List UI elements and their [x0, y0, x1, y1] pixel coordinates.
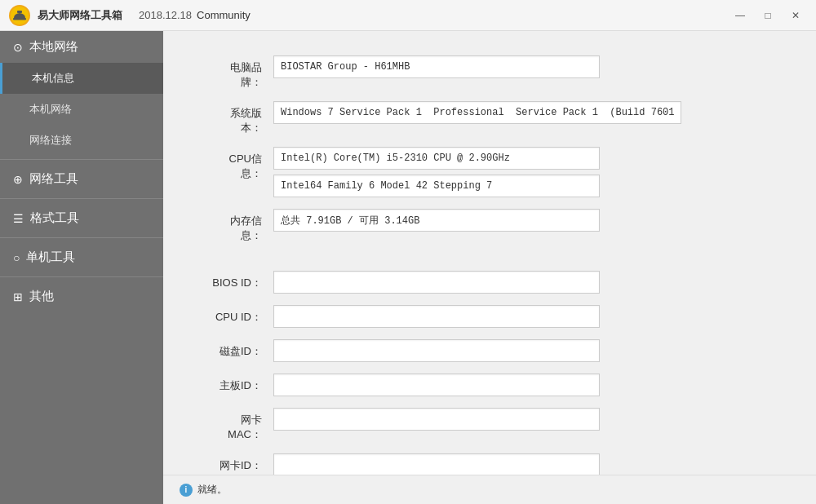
status-icon: i: [180, 484, 193, 497]
maximize-button[interactable]: □: [756, 6, 780, 25]
net-tools-icon: ⊕: [13, 173, 23, 186]
disk-id-input[interactable]: [273, 339, 600, 362]
sidebar: ⊙ 本地网络 本机信息 本机网络 网络连接 ⊕ 网络工具 ☰ 格式工具 ○ 单机…: [0, 31, 163, 504]
pc-brand-input[interactable]: [273, 55, 600, 78]
window-controls: — □ ✕: [728, 6, 808, 25]
mb-id-label: 主板ID：: [212, 374, 273, 393]
sidebar-group-others[interactable]: ⊞ 其他: [0, 281, 163, 312]
sidebar-group-local-network[interactable]: ⊙ 本地网络: [0, 31, 163, 63]
sidebar-group-format-tools[interactable]: ☰ 格式工具: [0, 202, 163, 234]
pc-brand-label: 电脑品牌：: [212, 55, 273, 90]
app-logo: [8, 4, 31, 27]
cpu-id-input[interactable]: [273, 305, 600, 328]
format-tools-icon: ☰: [13, 212, 24, 225]
cpu-info-values: [273, 147, 767, 197]
close-button[interactable]: ✕: [783, 6, 808, 25]
mem-info-label: 内存信息：: [212, 209, 273, 243]
svg-rect-2: [13, 18, 26, 20]
mb-id-row: 主板ID：: [212, 374, 767, 396]
cpu-id-values: [273, 305, 767, 328]
mem-info-input[interactable]: [273, 209, 600, 232]
bios-id-values: [273, 271, 767, 294]
local-network-icon: ⊙: [13, 41, 23, 54]
others-icon: ⊞: [13, 290, 23, 303]
os-version-label: 系统版本：: [212, 101, 273, 135]
cpu-id-label: CPU ID：: [212, 305, 273, 325]
bios-id-label: BIOS ID：: [212, 271, 273, 290]
mb-id-input[interactable]: [273, 374, 600, 396]
cpu-info-input-2[interactable]: [273, 175, 600, 197]
app-version: 2018.12.18: [139, 9, 192, 21]
sidebar-item-local-info[interactable]: 本机信息: [0, 63, 163, 94]
nic-id-input[interactable]: [273, 453, 600, 475]
app-name: 易大师网络工具箱: [38, 8, 122, 23]
minimize-button[interactable]: —: [728, 6, 752, 25]
titlebar: 易大师网络工具箱 2018.12.18 Community — □ ✕: [0, 0, 816, 31]
sidebar-item-network-conn[interactable]: 网络连接: [0, 125, 163, 156]
sidebar-divider-2: [0, 198, 163, 199]
sidebar-group-local-network-label: 本地网络: [29, 39, 78, 55]
bios-id-row: BIOS ID：: [212, 271, 767, 294]
cpu-id-row: CPU ID：: [212, 305, 767, 328]
sidebar-group-others-label: 其他: [29, 289, 54, 304]
os-version-input[interactable]: [273, 101, 681, 124]
cpu-info-input-1[interactable]: [273, 147, 600, 170]
pc-brand-row: 电脑品牌：: [212, 55, 767, 90]
disk-id-row: 磁盘ID：: [212, 339, 767, 362]
sidebar-group-net-tools[interactable]: ⊕ 网络工具: [0, 163, 163, 195]
statusbar: i 就绪。: [163, 475, 816, 504]
content-area: 电脑品牌： 系统版本： CPU信息：: [163, 31, 816, 504]
cpu-info-label: CPU信息：: [212, 147, 273, 181]
mac-id-input[interactable]: [273, 408, 600, 431]
sidebar-item-local-network[interactable]: 本机网络: [0, 94, 163, 125]
os-version-row: 系统版本：: [212, 101, 767, 135]
bios-id-input[interactable]: [273, 271, 600, 294]
disk-id-label: 磁盘ID：: [212, 339, 273, 359]
mac-id-row: 网卡MAC：: [212, 408, 767, 442]
os-version-values: [273, 101, 767, 124]
mac-id-values: [273, 408, 767, 431]
mac-id-label: 网卡MAC：: [212, 408, 273, 442]
sidebar-group-single-tools[interactable]: ○ 单机工具: [0, 241, 163, 273]
svg-rect-3: [17, 11, 22, 13]
status-text: 就绪。: [197, 483, 227, 497]
nic-id-label: 网卡ID：: [212, 453, 273, 473]
app-community: Community: [197, 9, 251, 21]
cpu-info-row: CPU信息：: [212, 147, 767, 197]
sidebar-divider-1: [0, 159, 163, 160]
sidebar-group-single-tools-label: 单机工具: [26, 250, 75, 265]
sidebar-divider-3: [0, 237, 163, 238]
sidebar-divider-4: [0, 276, 163, 277]
single-tools-icon: ○: [13, 251, 20, 264]
disk-id-values: [273, 339, 767, 362]
main-container: ⊙ 本地网络 本机信息 本机网络 网络连接 ⊕ 网络工具 ☰ 格式工具 ○ 单机…: [0, 31, 816, 504]
mem-info-row: 内存信息：: [212, 209, 767, 243]
nic-id-values: [273, 453, 767, 475]
section-gap: [212, 254, 767, 271]
pc-brand-values: [273, 55, 767, 78]
content-body: 电脑品牌： 系统版本： CPU信息：: [163, 31, 816, 475]
sidebar-group-format-tools-label: 格式工具: [30, 210, 79, 226]
nic-id-row: 网卡ID：: [212, 453, 767, 475]
sidebar-group-net-tools-label: 网络工具: [29, 171, 78, 187]
mb-id-values: [273, 374, 767, 396]
mem-info-values: [273, 209, 767, 232]
